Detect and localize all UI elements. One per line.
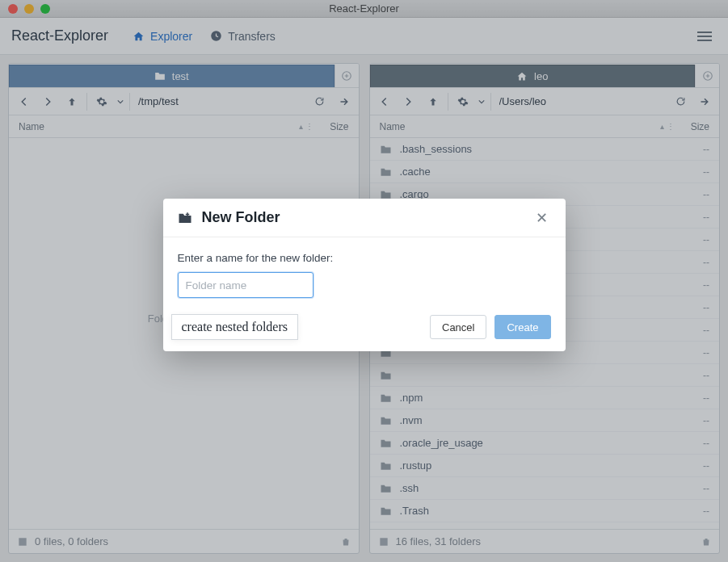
svg-rect-4 bbox=[185, 213, 189, 215]
folder-name-input[interactable] bbox=[178, 272, 314, 298]
modal-label: Enter a name for the new folder: bbox=[178, 252, 551, 264]
modal-title-text: New Folder bbox=[202, 209, 280, 226]
create-button[interactable]: Create bbox=[494, 315, 550, 339]
cancel-button[interactable]: Cancel bbox=[430, 315, 486, 339]
nested-folders-tooltip: create nested folders bbox=[171, 314, 298, 340]
new-folder-modal: New Folder ✕ Enter a name for the new fo… bbox=[163, 199, 566, 351]
modal-header: New Folder ✕ bbox=[163, 199, 566, 237]
new-folder-icon bbox=[178, 212, 192, 224]
modal-close-button[interactable]: ✕ bbox=[532, 206, 551, 230]
